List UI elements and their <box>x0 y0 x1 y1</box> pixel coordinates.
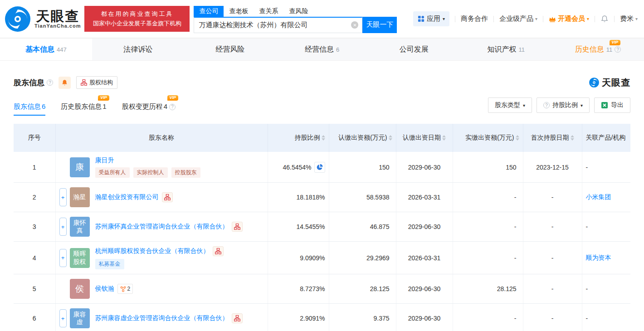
subscribe-bell-button[interactable] <box>59 77 71 89</box>
tab-3[interactable]: 经营风险 <box>184 39 276 60</box>
help-icon[interactable]: ? <box>47 79 53 86</box>
org-chart-icon <box>234 224 240 230</box>
sort-icon[interactable] <box>516 135 519 141</box>
cell-related: 小米集团 <box>582 183 630 212</box>
tab-7[interactable]: 历史信息11?VIP <box>552 39 644 60</box>
search-input[interactable] <box>194 21 362 29</box>
cooperation-label: 商务合作 <box>461 15 488 23</box>
search-tab-4[interactable]: 查风险 <box>283 6 313 17</box>
search-tab-2[interactable]: 查老板 <box>224 6 254 17</box>
user-menu[interactable]: 费米 ▾ <box>620 15 638 23</box>
tab-5[interactable]: 公司发展 <box>368 39 460 60</box>
sort-icon[interactable] <box>571 135 574 141</box>
top-nav: 应用 ▾ 商务合作 企业级产品 ▾ 开通会员 ▾ <box>413 11 638 26</box>
column-header-inner: 序号 <box>14 134 55 142</box>
equity-structure-icon-button[interactable] <box>213 246 224 256</box>
cell-subscribed-amount: 46.875 <box>329 212 396 242</box>
tab-6[interactable]: 知识产权11 <box>460 39 552 60</box>
column-header[interactable]: 认缴出资额(万元) <box>329 124 396 152</box>
tab-1[interactable]: 基本信息447 <box>0 39 92 60</box>
tianyancha-logo[interactable]: 天眼查 TianYanCha.com <box>4 5 81 33</box>
cell-first-date: - <box>523 212 582 242</box>
related-companies-badge[interactable]: 2 <box>117 284 133 294</box>
tab-label: 经营信息 <box>305 45 334 54</box>
enterprise-products-menu[interactable]: 企业级产品 ▾ <box>499 15 537 23</box>
expand-row-button[interactable]: + <box>59 188 67 206</box>
search-tab-3[interactable]: 查关系 <box>254 6 283 17</box>
shareholder-name-link[interactable]: 瀚星创业投资有限公司 <box>95 193 159 201</box>
badge-count: 2 <box>127 286 131 292</box>
cell-shareholder: +康容虚苏州康容虚企业管理咨询合伙企业（有限合伙） <box>55 304 268 331</box>
name-block: 苏州康容虚企业管理咨询合伙企业（有限合伙） <box>95 313 243 323</box>
export-label: 导出 <box>611 101 624 109</box>
sort-icon[interactable] <box>389 135 392 141</box>
table-row: 5侯侯钦瀚28.7273%28.1252029-06-3028.125-- <box>14 274 630 304</box>
name-line: 瀚星创业投资有限公司 <box>95 192 173 202</box>
equity-structure-icon-button[interactable] <box>232 222 243 232</box>
subtab-2[interactable]: 历史股东信息1VIP <box>61 95 106 116</box>
column-header[interactable]: 持股比例 <box>268 124 329 152</box>
equity-structure-button[interactable]: 股权结构 <box>76 76 117 89</box>
sort-desc-icon <box>516 138 519 141</box>
column-header-inner: 持股比例 <box>268 134 329 142</box>
sort-icon[interactable] <box>442 135 446 141</box>
help-icon[interactable]: ? <box>615 46 621 53</box>
sort-asc-icon <box>442 135 446 137</box>
open-vip-menu[interactable]: 开通会员 ▾ <box>549 15 589 23</box>
column-header[interactable]: 认缴出资日期 <box>396 124 453 152</box>
tab-4[interactable]: 经营信息6 <box>276 39 368 60</box>
search-tab-1[interactable]: 查公司 <box>194 6 224 17</box>
export-button[interactable]: 导出 <box>594 97 630 113</box>
ratio-value: 14.5455% <box>296 223 325 230</box>
section-header: 股东信息 ? 股权结构 天眼查 <box>14 76 630 89</box>
tab-label: 法律诉讼 <box>123 45 152 54</box>
name-line: 侯钦瀚2 <box>95 284 133 294</box>
table-row: 3+康怀真苏州康怀真企业管理咨询合伙企业（有限合伙）14.5455%46.875… <box>14 212 630 242</box>
tab-label: 基本信息 <box>25 45 54 54</box>
tab-2[interactable]: 法律诉讼 <box>92 39 184 60</box>
tab-label: 历史信息 <box>575 45 604 54</box>
apps-menu-button[interactable]: 应用 ▾ <box>413 11 449 26</box>
sort-icon[interactable] <box>322 135 325 141</box>
subtab-count: 6 <box>42 102 45 110</box>
subtab-1[interactable]: 股东信息6 <box>14 95 45 116</box>
shareholder-name-link[interactable]: 苏州康怀真企业管理咨询合伙企业（有限合伙） <box>95 223 229 231</box>
cell-first-date: - <box>523 274 582 304</box>
watermark-text: 天眼查 <box>602 77 630 89</box>
expand-slot: + <box>59 249 67 267</box>
avatar: 康怀真 <box>70 217 90 237</box>
shareholder-type-filter[interactable]: 股东类型 ▾ <box>488 97 532 113</box>
related-org-link[interactable]: 小米集团 <box>586 193 611 200</box>
column-header-label: 实缴出资额(万元) <box>465 134 514 142</box>
tag-row: 受益所有人实际控制人控股股东 <box>95 167 200 178</box>
business-cooperation-link[interactable]: 商务合作 <box>461 15 488 23</box>
watermark-logo: 天眼查 <box>589 77 630 89</box>
expand-row-button[interactable]: + <box>59 309 67 327</box>
subtab-count: 4 <box>164 102 167 110</box>
equity-structure-icon-button[interactable] <box>162 192 173 202</box>
pie-chart-icon-button[interactable] <box>314 162 325 173</box>
shareholder-name-link[interactable]: 苏州康容虚企业管理咨询合伙企业（有限合伙） <box>95 314 229 322</box>
search-button[interactable]: 天眼一下 <box>362 17 397 33</box>
column-header-inner: 实缴出资额(万元) <box>453 134 523 142</box>
related-org-link[interactable]: 顺为资本 <box>586 254 611 261</box>
column-header[interactable]: 实缴出资额(万元) <box>453 124 523 152</box>
notifications-bell-button[interactable] <box>600 15 609 23</box>
expand-slot: + <box>59 188 67 206</box>
expand-row-button[interactable]: + <box>59 218 67 236</box>
cell-first-date: - <box>523 183 582 212</box>
chevron-down-icon: ▾ <box>581 103 583 108</box>
shareholder-name-link[interactable]: 杭州顺晖股权投资合伙企业（有限合伙） <box>95 247 210 255</box>
subtab-3[interactable]: 股权变更历程4VIP? <box>122 95 176 116</box>
apps-label: 应用 <box>427 15 440 23</box>
expand-row-button[interactable]: + <box>59 249 67 267</box>
shareholder-name-link[interactable]: 侯钦瀚 <box>95 285 114 293</box>
avatar: 瀚星 <box>70 187 90 207</box>
column-header[interactable]: 首次持股日期 <box>523 124 582 152</box>
name-line: 杭州顺晖股权投资合伙企业（有限合伙） <box>95 246 224 256</box>
help-icon[interactable]: ? <box>169 104 176 110</box>
equity-structure-icon-button[interactable] <box>232 313 243 323</box>
shareholder-name-link[interactable]: 康日升 <box>95 156 114 165</box>
cell-ratio: 2.9091% <box>268 304 329 331</box>
ratio-filter[interactable]: ? 持股比例 ▾ <box>537 97 590 113</box>
